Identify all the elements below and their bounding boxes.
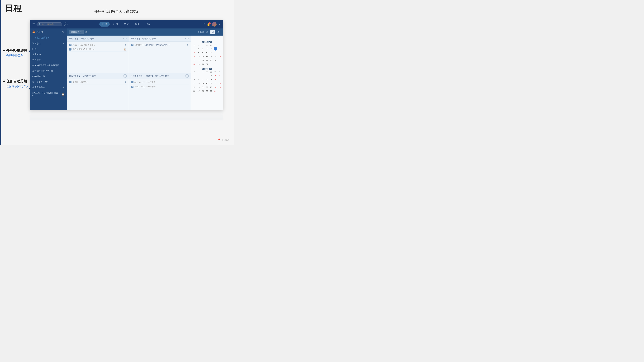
cal-day[interactable]: 3	[214, 74, 217, 77]
cal-day[interactable]	[192, 47, 196, 50]
chevron-down-icon[interactable]: ▼	[218, 23, 220, 25]
sidebar-action-icon[interactable]: ⊕	[62, 30, 64, 33]
view-month-button[interactable]: 月	[205, 30, 210, 34]
cal-day[interactable]: 4	[218, 74, 222, 77]
cal-day[interactable]: 12	[214, 51, 217, 54]
cal-day[interactable]: 19	[192, 85, 196, 89]
cal-day[interactable]: 13	[218, 51, 222, 54]
cal-day[interactable]: 2	[210, 74, 213, 77]
cal-day[interactable]: 11	[218, 78, 222, 81]
cal-day[interactable]: 15	[197, 55, 200, 58]
cal-day[interactable]: 2	[201, 47, 204, 50]
cal-day[interactable]: 23	[201, 58, 204, 62]
hamburger-icon[interactable]: ☰	[32, 22, 35, 26]
cal-day[interactable]: 5	[214, 47, 217, 50]
cal-day[interactable]: 26	[214, 58, 217, 62]
cal-day[interactable]: 17	[214, 82, 217, 85]
cal-day[interactable]: 14	[192, 55, 196, 58]
cal-day[interactable]: 14	[201, 82, 204, 85]
sidebar-item-suggestion[interactable]: 客户建议	[30, 57, 67, 63]
search-input[interactable]	[42, 23, 60, 25]
quadrant-4-add-button[interactable]: +	[186, 74, 189, 77]
cal-day[interactable]: 7	[201, 78, 204, 81]
search-box[interactable]: 🔍	[36, 22, 62, 26]
task-check[interactable]: ✓	[131, 44, 134, 46]
task-check[interactable]: ✓	[131, 86, 134, 88]
sidebar-item-feiyang[interactable]: 飞扬小组 ⬇	[30, 41, 67, 46]
cal-day[interactable]: 13	[197, 82, 200, 85]
cal-day[interactable]: 21	[192, 58, 196, 62]
quadrant-2-add-button[interactable]: +	[186, 37, 189, 40]
cal-day[interactable]: 17	[205, 55, 209, 58]
sidebar-item-gtd[interactable]: GTD清空大脑	[30, 74, 67, 79]
cal-day[interactable]: 10	[205, 51, 209, 54]
cal-day[interactable]: 26	[192, 89, 196, 93]
cal-day[interactable]: 29	[197, 62, 200, 66]
cal-day[interactable]: 30	[210, 89, 213, 93]
add-task-button[interactable]: + + 添加新任务	[30, 35, 67, 41]
nav-tab-schedule[interactable]: 日程	[99, 22, 110, 26]
cal-day[interactable]: 1	[205, 74, 209, 77]
cal-day[interactable]: 22	[197, 58, 200, 62]
nav-tab-notes[interactable]: 笔记	[121, 22, 132, 26]
cal-day[interactable]: 31	[214, 89, 217, 93]
cal-day[interactable]: 28	[201, 89, 204, 93]
sidebar-item-bug[interactable]: 客户BUG	[30, 52, 67, 57]
cal-day[interactable]: 12	[192, 82, 196, 85]
cal-day[interactable]: 8	[205, 78, 209, 81]
view-day-button[interactable]: 日	[210, 30, 215, 34]
cal-day[interactable]: 25	[210, 58, 213, 62]
cal-day[interactable]: 10	[214, 78, 217, 81]
cal-day[interactable]: 30	[201, 62, 204, 66]
cal-day[interactable]: 20	[197, 85, 200, 89]
filter-button[interactable]: ▽ 筛选	[198, 31, 204, 33]
settings-icon[interactable]: ⚙	[85, 30, 87, 34]
cal-day[interactable]: 9	[210, 78, 213, 81]
cal-day[interactable]: 22	[205, 85, 209, 89]
sidebar-item-plan[interactable]: 做一个2-3年规划	[30, 79, 67, 85]
quadrant-1-add-button[interactable]: +	[124, 37, 127, 40]
cal-day[interactable]: 24	[205, 58, 209, 62]
quadrant-3-add-button[interactable]: +	[124, 74, 127, 77]
cal-day[interactable]	[214, 62, 217, 66]
nav-tab-company[interactable]: 公司	[143, 22, 154, 26]
task-check[interactable]: ✓	[131, 81, 134, 83]
task-check[interactable]: ✓	[69, 44, 72, 46]
cal-day[interactable]: 5	[192, 78, 196, 81]
sidebar-item-doc[interactable]: 20190624+(公司名称)+留言询... 📋	[30, 90, 67, 98]
cal-day[interactable]: 31	[205, 62, 209, 66]
cal-day[interactable]: 23	[210, 85, 213, 89]
cal-day[interactable]	[218, 62, 222, 66]
task-check[interactable]: ✓	[69, 48, 72, 50]
avatar[interactable]	[212, 22, 216, 26]
cal-day[interactable]: 11	[210, 51, 213, 54]
cal-day[interactable]: 1	[197, 47, 200, 50]
cal-day[interactable]: 25	[218, 85, 222, 89]
cal-day[interactable]	[192, 74, 196, 77]
cal-day[interactable]: 7	[192, 51, 196, 54]
cal-day[interactable]: 6	[218, 47, 222, 50]
task-check[interactable]: ✓	[69, 81, 72, 83]
cal-day[interactable]: 9	[201, 51, 204, 54]
cal-day[interactable]: 27	[197, 89, 200, 93]
view-select[interactable]: 象限视图 ▼	[69, 30, 84, 34]
cal-day[interactable]: 16	[210, 82, 213, 85]
add-button[interactable]: +	[64, 22, 68, 26]
cal-day[interactable]: 6	[197, 78, 200, 81]
question-icon[interactable]: ?	[204, 23, 205, 26]
sidebar-item-pdca[interactable]: PDCA循环管理法又称戴明环	[30, 63, 67, 68]
cal-day[interactable]: 29	[205, 89, 209, 93]
cal-day[interactable]: 19	[214, 55, 217, 58]
cal-day[interactable]: 18	[210, 55, 213, 58]
cal-day[interactable]: 16	[201, 55, 204, 58]
cal-day[interactable]: 18	[218, 82, 222, 85]
cal-day[interactable]: 8	[197, 51, 200, 54]
cal-day[interactable]: 24	[214, 85, 217, 89]
sidebar-item-wenti[interactable]: 问题	[30, 46, 67, 52]
bell-wrap[interactable]: 🔔 1	[207, 23, 210, 26]
nav-tab-plan[interactable]: 计划	[110, 22, 120, 26]
cal-day[interactable]: 21	[201, 85, 204, 89]
sidebar-item-sales[interactable]: 销售资料整合 ⬇	[30, 85, 67, 90]
cal-day[interactable]: 4	[210, 47, 213, 50]
cal-day[interactable]	[201, 74, 204, 77]
